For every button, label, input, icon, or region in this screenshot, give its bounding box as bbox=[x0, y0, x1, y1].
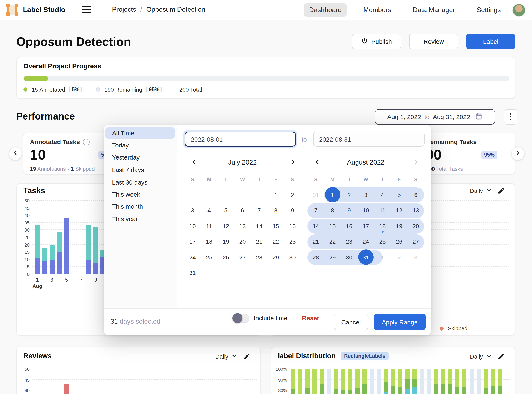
hamburger-menu-icon[interactable] bbox=[82, 6, 91, 13]
preset-this-year[interactable]: This year bbox=[105, 213, 175, 224]
label-studio-logo-icon[interactable] bbox=[7, 5, 17, 15]
calendar-day-22[interactable]: 22 bbox=[324, 234, 341, 249]
calendar-day-15[interactable]: 15 bbox=[324, 218, 341, 234]
breadcrumb-projects[interactable]: Projects bbox=[112, 6, 136, 13]
calendar-day-28[interactable]: 28 bbox=[308, 249, 324, 265]
calendar-day-16[interactable]: 16 bbox=[341, 218, 357, 234]
calendar-prev-icon[interactable] bbox=[190, 158, 198, 166]
preset-today[interactable]: Today bbox=[105, 140, 175, 151]
calendar-day-20[interactable]: 20 bbox=[234, 234, 251, 249]
preset-this-week[interactable]: This week bbox=[105, 189, 175, 200]
calendar-day-9[interactable]: 9 bbox=[341, 203, 357, 218]
calendar-day-22[interactable]: 22 bbox=[267, 234, 284, 249]
review-button[interactable]: Review bbox=[409, 34, 458, 49]
nav-item-dashboard[interactable]: Dashboard bbox=[304, 3, 347, 16]
publish-button[interactable]: Publish bbox=[352, 34, 401, 49]
apply-range-button[interactable]: Apply Range bbox=[374, 314, 426, 330]
calendar-day-13[interactable]: 13 bbox=[407, 203, 424, 218]
calendar-day-29[interactable]: 29 bbox=[267, 249, 284, 265]
cancel-button[interactable]: Cancel bbox=[334, 314, 368, 330]
carousel-prev-button[interactable] bbox=[9, 147, 22, 160]
calendar-day-27[interactable]: 27 bbox=[407, 234, 424, 249]
calendar-day-16[interactable]: 16 bbox=[284, 218, 301, 234]
edit-pencil-icon[interactable] bbox=[497, 353, 505, 360]
calendar-next-icon[interactable] bbox=[289, 158, 297, 166]
calendar-day-21[interactable]: 21 bbox=[251, 234, 267, 249]
calendar-day-11[interactable]: 11 bbox=[201, 218, 218, 234]
edit-pencil-icon[interactable] bbox=[243, 353, 250, 360]
calendar-day-23[interactable]: 23 bbox=[284, 234, 301, 249]
calendar-prev-icon[interactable] bbox=[313, 158, 322, 166]
nav-item-data-manager[interactable]: Data Manager bbox=[407, 3, 461, 16]
calendar-day-12[interactable]: 12 bbox=[391, 203, 407, 218]
date-range-control[interactable]: Aug 1, 2022 to Aug 31, 2022 bbox=[375, 109, 495, 124]
calendar-day-17[interactable]: 17 bbox=[184, 234, 201, 249]
calendar-day-24[interactable]: 24 bbox=[184, 249, 201, 265]
calendar-day-1[interactable]: 1 bbox=[267, 187, 284, 202]
calendar-day-2[interactable]: 2 bbox=[284, 187, 301, 202]
info-icon[interactable]: i bbox=[83, 139, 89, 145]
calendar-day-19[interactable]: 19 bbox=[218, 234, 234, 249]
calendar-day-2[interactable]: 2 bbox=[341, 187, 357, 202]
calendar-day-4[interactable]: 4 bbox=[374, 187, 391, 202]
calendar-day-3[interactable]: 3 bbox=[357, 187, 374, 202]
calendar-day-25[interactable]: 25 bbox=[374, 234, 391, 249]
start-date-input[interactable] bbox=[185, 132, 296, 147]
calendar-day-25[interactable]: 25 bbox=[201, 249, 218, 265]
selected-day-31[interactable]: 31 bbox=[358, 249, 374, 265]
reviews-period-dropdown[interactable]: Daily bbox=[215, 353, 237, 360]
calendar-day-31[interactable]: 31 bbox=[184, 265, 201, 280]
calendar-day-11[interactable]: 11 bbox=[374, 203, 391, 218]
calendar-day-15[interactable]: 15 bbox=[267, 218, 284, 234]
calendar-day-19[interactable]: 19 bbox=[391, 218, 407, 234]
calendar-day-23[interactable]: 23 bbox=[341, 234, 357, 249]
calendar-day-26[interactable]: 26 bbox=[391, 234, 407, 249]
user-avatar[interactable] bbox=[512, 4, 525, 17]
preset-yesterday[interactable]: Yesterday bbox=[105, 152, 175, 163]
calendar-day-20[interactable]: 20 bbox=[407, 218, 424, 234]
nav-item-settings[interactable]: Settings bbox=[471, 3, 506, 16]
calendar-day-7[interactable]: 7 bbox=[251, 203, 267, 218]
preset-last-30-days[interactable]: Last 30 days bbox=[105, 176, 175, 188]
nav-item-members[interactable]: Members bbox=[358, 3, 396, 16]
calendar-day-30[interactable]: 30 bbox=[341, 249, 357, 265]
preset-this-month[interactable]: This month bbox=[105, 201, 175, 212]
include-time-toggle[interactable] bbox=[232, 314, 249, 323]
edit-pencil-icon[interactable] bbox=[497, 187, 505, 195]
calendar-day-18[interactable]: 18 bbox=[201, 234, 218, 249]
end-date-input[interactable] bbox=[313, 132, 424, 147]
calendar-day-4[interactable]: 4 bbox=[201, 203, 218, 218]
label-button[interactable]: Label bbox=[466, 34, 515, 49]
calendar-day-30[interactable]: 30 bbox=[284, 249, 301, 265]
calendar-day-13[interactable]: 13 bbox=[234, 218, 251, 234]
selected-day-1[interactable]: 1 bbox=[325, 187, 340, 202]
carousel-next-button[interactable] bbox=[511, 147, 524, 160]
calendar-day-3[interactable]: 3 bbox=[184, 203, 201, 218]
calendar-day-24[interactable]: 24 bbox=[357, 234, 374, 249]
calendar-day-8[interactable]: 8 bbox=[267, 203, 284, 218]
calendar-day-9[interactable]: 9 bbox=[284, 203, 301, 218]
reset-link[interactable]: Reset bbox=[302, 314, 319, 321]
calendar-day-7[interactable]: 7 bbox=[308, 203, 324, 218]
distribution-period-dropdown[interactable]: Daily bbox=[470, 353, 492, 360]
calendar-day-29[interactable]: 29 bbox=[324, 249, 341, 265]
calendar-day-17[interactable]: 17 bbox=[357, 218, 374, 234]
calendar-day-5[interactable]: 5 bbox=[391, 187, 407, 202]
calendar-day-10[interactable]: 10 bbox=[184, 218, 201, 234]
calendar-day-27[interactable]: 27 bbox=[234, 249, 251, 265]
calendar-day-14[interactable]: 14 bbox=[308, 218, 324, 234]
calendar-day-5[interactable]: 5 bbox=[218, 203, 234, 218]
calendar-day-12[interactable]: 12 bbox=[218, 218, 234, 234]
preset-all-time[interactable]: All Time bbox=[105, 127, 175, 139]
calendar-day-28[interactable]: 28 bbox=[251, 249, 267, 265]
calendar-day-6[interactable]: 6 bbox=[234, 203, 251, 218]
performance-menu-button[interactable] bbox=[504, 109, 517, 124]
calendar-day-26[interactable]: 26 bbox=[218, 249, 234, 265]
calendar-day-6[interactable]: 6 bbox=[407, 187, 424, 202]
calendar-day-8[interactable]: 8 bbox=[324, 203, 341, 218]
annotations-period-dropdown[interactable]: Daily bbox=[470, 187, 492, 194]
calendar-day-21[interactable]: 21 bbox=[308, 234, 324, 249]
calendar-day-14[interactable]: 14 bbox=[251, 218, 267, 234]
calendar-day-10[interactable]: 10 bbox=[357, 203, 374, 218]
preset-last-7-days[interactable]: Last 7 days bbox=[105, 164, 175, 175]
